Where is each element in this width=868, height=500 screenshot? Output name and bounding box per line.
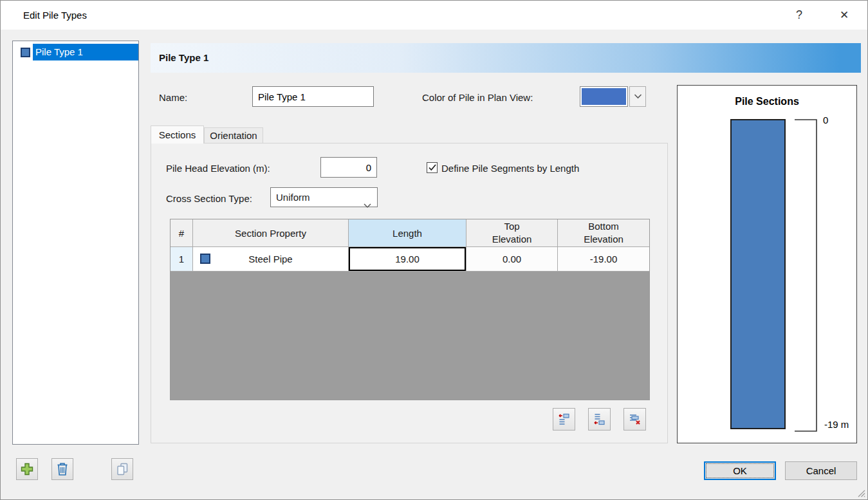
- name-label: Name:: [159, 92, 187, 104]
- delete-row-button[interactable]: [623, 408, 646, 431]
- copy-icon: [115, 462, 129, 476]
- pile-color-swatch: [582, 88, 626, 105]
- column-header-section-property[interactable]: Section Property: [193, 219, 349, 247]
- table-empty-area: [171, 271, 649, 400]
- ok-button[interactable]: OK: [704, 461, 776, 480]
- elevation-bracket: [795, 118, 820, 432]
- pile-type-list: Pile Type 1: [12, 41, 139, 445]
- edit-pile-types-dialog: Edit Pile Types ? ✕ Pile Type 1 Pile Typ…: [0, 0, 868, 500]
- delete-pile-type-button[interactable]: [51, 458, 73, 480]
- cross-section-type-label: Cross Section Type:: [166, 193, 252, 205]
- add-pile-type-button[interactable]: [16, 458, 38, 480]
- bottom-elevation-cell[interactable]: -19.00: [558, 247, 649, 271]
- plus-icon: [20, 462, 34, 476]
- preview-title: Pile Sections: [678, 96, 856, 107]
- help-button[interactable]: ?: [784, 1, 814, 30]
- column-header-length[interactable]: Length: [349, 219, 466, 247]
- checkmark-icon: [429, 164, 436, 171]
- pile-preview-bar: [730, 119, 786, 429]
- section-color-icon: [200, 254, 210, 264]
- bottom-elevation-label: -19 m: [824, 419, 849, 430]
- section-property-cell[interactable]: Steel Pipe: [193, 247, 349, 271]
- close-button[interactable]: ✕: [829, 1, 859, 30]
- length-cell-selected[interactable]: 19.00: [349, 247, 466, 271]
- editor-header: Pile Type 1: [151, 43, 861, 73]
- define-segments-checkbox[interactable]: [427, 162, 438, 173]
- resize-grip[interactable]: [856, 488, 865, 497]
- plan-view-color-label: Color of Pile in Plan View:: [422, 92, 533, 104]
- pile-type-label: Pile Type 1: [33, 44, 138, 60]
- insert-row-below-icon: [593, 412, 606, 426]
- pile-color-dropdown[interactable]: [580, 86, 646, 107]
- column-header-top-elevation[interactable]: Top Elevation: [466, 219, 558, 247]
- window-title: Edit Pile Types: [23, 1, 87, 30]
- chevron-down-icon: [364, 203, 371, 208]
- delete-row-icon: [628, 412, 642, 426]
- define-segments-label: Define Pile Segments by Length: [441, 163, 579, 174]
- top-elevation-label: 0: [823, 115, 828, 125]
- pile-type-list-item[interactable]: Pile Type 1: [13, 44, 138, 60]
- column-header-num[interactable]: #: [171, 219, 193, 247]
- tab-sections[interactable]: Sections: [151, 125, 204, 144]
- top-elevation-cell[interactable]: 0.00: [466, 247, 558, 271]
- copy-pile-type-button[interactable]: [111, 458, 133, 480]
- pile-color-icon: [21, 48, 30, 57]
- insert-row-above-icon: [557, 412, 571, 426]
- dropdown-arrow-button[interactable]: [629, 86, 646, 107]
- pile-head-elevation-label: Pile Head Elevation (m):: [166, 163, 270, 174]
- trash-icon: [56, 462, 69, 476]
- pile-color-swatch-frame: [580, 86, 628, 107]
- title-bar: Edit Pile Types ? ✕: [1, 1, 867, 30]
- insert-row-above-button[interactable]: [553, 408, 575, 431]
- column-header-bottom-elevation[interactable]: Bottom Elevation: [558, 219, 649, 247]
- table-header-row: # Section Property Length Top Elevation …: [171, 219, 649, 247]
- cross-section-type-value: Uniform: [276, 192, 310, 203]
- row-number-cell[interactable]: 1: [171, 247, 193, 271]
- tab-orientation[interactable]: Orientation: [204, 127, 263, 144]
- pile-sections-preview: Pile Sections 0 -19 m: [677, 85, 857, 443]
- sections-table: # Section Property Length Top Elevation …: [170, 219, 650, 400]
- chevron-down-icon: [634, 94, 642, 99]
- table-row: 1 Steel Pipe 19.00 0.00 -19.00: [171, 247, 649, 271]
- cross-section-type-select[interactable]: Uniform: [270, 187, 378, 207]
- pile-head-elevation-input[interactable]: [320, 157, 377, 178]
- cancel-button[interactable]: Cancel: [785, 461, 857, 480]
- insert-row-below-button[interactable]: [588, 408, 611, 431]
- name-input[interactable]: [252, 86, 374, 107]
